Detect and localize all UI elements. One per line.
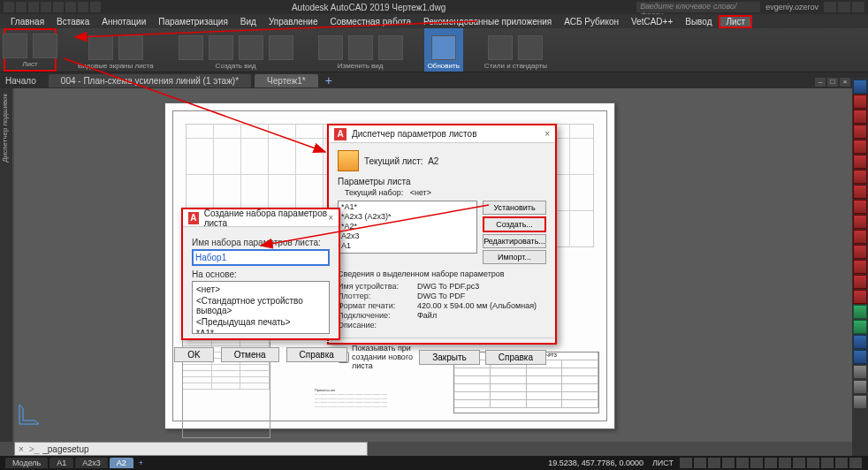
layout-tab-model[interactable]: Модель xyxy=(5,458,48,468)
cancel-button[interactable]: Отмена xyxy=(221,347,279,362)
qat-undo-icon[interactable] xyxy=(78,2,88,12)
dialog-titlebar[interactable]: A Создание набора параметров листа × xyxy=(183,209,339,227)
pagesetup-listbox[interactable]: *A1* *A2x3 (A2x3)* *A2* A2x3 A1 xyxy=(338,201,477,254)
doc-close-icon[interactable]: × xyxy=(840,78,850,87)
viewport-rect-icon[interactable] xyxy=(88,35,113,60)
help-button[interactable]: Справка xyxy=(286,347,347,362)
palette-icon[interactable] xyxy=(853,125,867,139)
palette-icon[interactable] xyxy=(853,320,867,334)
symbol-icon[interactable] xyxy=(378,35,403,60)
command-line[interactable]: × >_ _pagesetup xyxy=(14,442,368,456)
user-name[interactable]: evgeniy.ozerov xyxy=(765,3,819,11)
list-item[interactable]: *A1* xyxy=(194,328,327,334)
dialog-titlebar[interactable]: A Диспетчер параметров листов × xyxy=(329,125,555,143)
layout-tab-a1[interactable]: A1 xyxy=(49,458,73,468)
palette-icon[interactable] xyxy=(853,380,867,394)
status-custom-icon[interactable] xyxy=(849,458,862,468)
palette-icon[interactable] xyxy=(853,305,867,319)
status-polar-icon[interactable] xyxy=(722,458,735,468)
palette-icon[interactable] xyxy=(853,140,867,154)
menu-rubicon[interactable]: АСБ Рубикон xyxy=(559,17,624,27)
space-mode[interactable]: ЛИСТ xyxy=(652,459,674,467)
edit-comp-icon[interactable] xyxy=(348,35,373,60)
doc-max-icon[interactable]: □ xyxy=(827,78,838,87)
status-snap-icon[interactable] xyxy=(694,458,706,468)
new-layout-icon[interactable] xyxy=(3,34,27,58)
help-button[interactable]: Справка xyxy=(485,350,546,365)
status-clean-icon[interactable] xyxy=(835,458,848,468)
app-menu-icon[interactable] xyxy=(4,2,14,12)
palette-icon[interactable] xyxy=(853,395,867,409)
set-current-button[interactable]: Установить xyxy=(483,201,546,215)
quick-access-toolbar[interactable] xyxy=(4,2,101,12)
list-item[interactable]: A2x3 xyxy=(341,231,474,241)
minimize-icon[interactable] xyxy=(824,2,836,12)
list-item[interactable]: *A2* xyxy=(341,222,474,231)
proj-view-icon[interactable] xyxy=(209,35,233,60)
start-tab[interactable]: Начало xyxy=(5,76,36,86)
menu-output[interactable]: Вывод xyxy=(680,17,717,27)
status-osnap-icon[interactable] xyxy=(736,458,749,468)
section-view-icon[interactable] xyxy=(239,35,263,60)
status-qp-icon[interactable] xyxy=(779,458,791,468)
status-ortho-icon[interactable] xyxy=(708,458,720,468)
palette-icon[interactable] xyxy=(853,200,867,214)
maximize-icon[interactable] xyxy=(838,2,850,12)
palette-icon-globe[interactable] xyxy=(853,80,867,94)
list-item[interactable]: <нет> xyxy=(194,284,327,295)
basedon-listbox[interactable]: <нет> <Стандартное устройство вывода> <П… xyxy=(192,281,330,334)
palette-icon[interactable] xyxy=(853,275,867,289)
palette-icon[interactable] xyxy=(853,185,867,199)
menu-layout[interactable]: Лист xyxy=(719,15,752,28)
status-units-icon[interactable] xyxy=(793,458,805,468)
sheetset-palette[interactable]: Диспетчер подшивок xyxy=(0,88,12,442)
dialog-close-icon[interactable]: × xyxy=(328,213,333,223)
palette-icon[interactable] xyxy=(853,260,867,274)
layout-tab-a2x3[interactable]: A2x3 xyxy=(75,458,108,468)
edit-button[interactable]: Редактировать... xyxy=(483,234,546,248)
style-b-icon[interactable] xyxy=(518,35,543,60)
status-transparency-icon[interactable] xyxy=(765,458,777,468)
menu-vetcad[interactable]: VetCAD++ xyxy=(626,17,678,27)
import-button[interactable]: Импорт... xyxy=(483,250,546,264)
list-item[interactable]: *A1* xyxy=(341,202,474,212)
qat-redo-icon[interactable] xyxy=(90,2,101,12)
file-tab-0[interactable]: 004 - План-схема усиления линий (1 этаж)… xyxy=(49,74,251,87)
style-a-icon[interactable] xyxy=(488,35,513,60)
palette-icon[interactable] xyxy=(853,230,867,244)
qat-plot-icon[interactable] xyxy=(65,2,76,12)
viewport-clip-icon[interactable] xyxy=(118,35,143,60)
menu-collab[interactable]: Совместная работа xyxy=(325,17,417,27)
palette-icon[interactable] xyxy=(853,350,867,364)
status-lwt-icon[interactable] xyxy=(750,458,763,468)
palette-icon[interactable] xyxy=(853,95,867,109)
palette-icon[interactable] xyxy=(853,245,867,259)
palette-icon[interactable] xyxy=(853,170,867,184)
palette-icon[interactable] xyxy=(853,290,867,304)
close-button[interactable]: Закрыть xyxy=(419,350,480,365)
update-view-icon[interactable] xyxy=(431,35,456,60)
menu-apps[interactable]: Рекомендованные приложения xyxy=(418,17,557,27)
qat-open-icon[interactable] xyxy=(28,2,39,12)
detail-view-icon[interactable] xyxy=(269,35,293,60)
list-item[interactable]: *A2x3 (A2x3)* xyxy=(341,212,474,222)
dialog-close-icon[interactable]: × xyxy=(544,129,550,139)
menu-home[interactable]: Главная xyxy=(5,17,49,27)
palette-icon[interactable] xyxy=(853,335,867,349)
create-button[interactable]: Создать... xyxy=(483,216,546,232)
qat-saveas-icon[interactable] xyxy=(53,2,64,12)
status-workspace-icon[interactable] xyxy=(821,458,834,468)
menu-annotate[interactable]: Аннотации xyxy=(96,17,151,27)
qat-save-icon[interactable] xyxy=(41,2,51,12)
close-icon[interactable] xyxy=(852,2,864,12)
base-view-icon[interactable] xyxy=(179,35,203,60)
status-grid-icon[interactable] xyxy=(680,458,692,468)
menu-view[interactable]: Вид xyxy=(235,17,262,27)
setname-input[interactable] xyxy=(192,249,330,266)
layout-tab-a2[interactable]: A2 xyxy=(110,458,133,468)
menu-parametric[interactable]: Параметризация xyxy=(153,17,233,27)
palette-icon[interactable] xyxy=(853,365,867,379)
layout-add-icon[interactable]: + xyxy=(139,459,143,467)
palette-icon[interactable] xyxy=(853,155,867,169)
edit-view-icon[interactable] xyxy=(318,35,343,60)
